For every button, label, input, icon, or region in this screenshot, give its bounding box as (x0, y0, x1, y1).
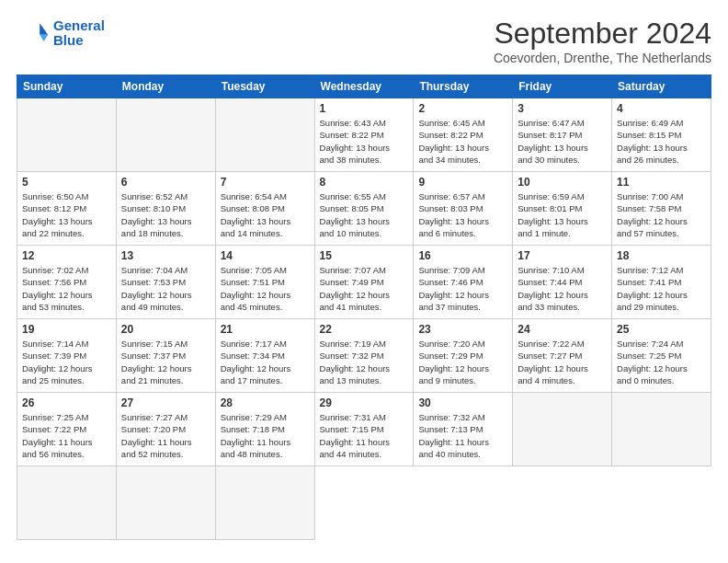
day-number: 22 (320, 323, 409, 336)
table-row: 1Sunrise: 6:43 AM Sunset: 8:22 PM Daylig… (314, 98, 414, 172)
day-number: 4 (617, 102, 706, 115)
table-row: 17Sunrise: 7:10 AM Sunset: 7:44 PM Dayli… (513, 246, 612, 319)
day-number: 8 (320, 176, 409, 189)
day-info: Sunrise: 6:47 AM Sunset: 8:17 PM Dayligh… (518, 117, 607, 166)
day-number: 25 (617, 323, 706, 336)
day-info: Sunrise: 7:04 AM Sunset: 7:53 PM Dayligh… (121, 264, 210, 313)
day-number: 24 (518, 323, 607, 336)
day-number: 18 (617, 249, 706, 262)
day-info: Sunrise: 7:12 AM Sunset: 7:41 PM Dayligh… (617, 264, 706, 313)
col-saturday: Saturday (612, 75, 711, 98)
day-info: Sunrise: 6:49 AM Sunset: 8:15 PM Dayligh… (617, 117, 706, 166)
table-row: 3Sunrise: 6:47 AM Sunset: 8:17 PM Daylig… (513, 98, 612, 172)
day-number: 21 (221, 323, 310, 336)
day-info: Sunrise: 7:15 AM Sunset: 7:37 PM Dayligh… (121, 338, 210, 386)
table-row: 8Sunrise: 6:55 AM Sunset: 8:05 PM Daylig… (314, 172, 414, 246)
day-info: Sunrise: 7:17 AM Sunset: 7:34 PM Dayligh… (221, 338, 310, 386)
day-number: 13 (121, 249, 210, 262)
table-row: 24Sunrise: 7:22 AM Sunset: 7:27 PM Dayli… (513, 319, 612, 393)
logo: General Blue (17, 17, 105, 50)
table-row: 6Sunrise: 6:52 AM Sunset: 8:10 PM Daylig… (116, 172, 215, 246)
calendar-table: Sunday Monday Tuesday Wednesday Thursday… (17, 75, 711, 540)
day-number: 10 (518, 176, 607, 189)
logo-text: General Blue (53, 18, 105, 49)
table-row: 11Sunrise: 7:00 AM Sunset: 7:58 PM Dayli… (612, 172, 711, 246)
day-info: Sunrise: 7:22 AM Sunset: 7:27 PM Dayligh… (518, 338, 607, 386)
day-info: Sunrise: 7:07 AM Sunset: 7:49 PM Dayligh… (320, 264, 409, 313)
table-row (612, 393, 711, 466)
day-info: Sunrise: 7:19 AM Sunset: 7:32 PM Dayligh… (320, 338, 409, 386)
day-info: Sunrise: 7:00 AM Sunset: 7:58 PM Dayligh… (617, 190, 706, 239)
table-row: 30Sunrise: 7:32 AM Sunset: 7:13 PM Dayli… (414, 393, 513, 466)
day-info: Sunrise: 7:14 AM Sunset: 7:39 PM Dayligh… (22, 338, 111, 386)
day-info: Sunrise: 7:25 AM Sunset: 7:22 PM Dayligh… (22, 411, 111, 460)
calendar-week-row: 19Sunrise: 7:14 AM Sunset: 7:39 PM Dayli… (17, 319, 711, 393)
day-number: 14 (221, 249, 310, 262)
day-info: Sunrise: 7:10 AM Sunset: 7:44 PM Dayligh… (518, 264, 607, 313)
day-info: Sunrise: 6:59 AM Sunset: 8:01 PM Dayligh… (518, 190, 607, 239)
day-number: 29 (320, 396, 409, 409)
col-thursday: Thursday (414, 75, 513, 98)
day-info: Sunrise: 6:55 AM Sunset: 8:05 PM Dayligh… (320, 190, 409, 239)
calendar-week-row: 26Sunrise: 7:25 AM Sunset: 7:22 PM Dayli… (17, 393, 711, 466)
table-row: 4Sunrise: 6:49 AM Sunset: 8:15 PM Daylig… (612, 98, 711, 172)
day-info: Sunrise: 6:54 AM Sunset: 8:08 PM Dayligh… (221, 190, 310, 239)
calendar-week-row (17, 466, 711, 540)
day-number: 1 (320, 102, 409, 115)
weekday-header-row: Sunday Monday Tuesday Wednesday Thursday… (17, 75, 711, 98)
col-friday: Friday (513, 75, 612, 98)
table-row: 10Sunrise: 6:59 AM Sunset: 8:01 PM Dayli… (513, 172, 612, 246)
day-info: Sunrise: 6:45 AM Sunset: 8:22 PM Dayligh… (418, 117, 507, 166)
day-number: 7 (221, 176, 310, 189)
table-row: 25Sunrise: 7:24 AM Sunset: 7:25 PM Dayli… (612, 319, 711, 393)
day-number: 6 (121, 176, 210, 189)
svg-marker-0 (40, 23, 48, 35)
month-title: September 2024 (494, 17, 711, 51)
table-row (17, 466, 117, 540)
table-row: 12Sunrise: 7:02 AM Sunset: 7:56 PM Dayli… (17, 246, 117, 319)
table-row (215, 98, 314, 172)
table-row: 14Sunrise: 7:05 AM Sunset: 7:51 PM Dayli… (215, 246, 314, 319)
day-number: 12 (22, 249, 111, 262)
day-info: Sunrise: 7:27 AM Sunset: 7:20 PM Dayligh… (121, 411, 210, 460)
table-row: 20Sunrise: 7:15 AM Sunset: 7:37 PM Dayli… (116, 319, 215, 393)
table-row: 26Sunrise: 7:25 AM Sunset: 7:22 PM Dayli… (17, 393, 117, 466)
svg-marker-1 (40, 35, 48, 41)
table-row: 9Sunrise: 6:57 AM Sunset: 8:03 PM Daylig… (414, 172, 513, 246)
day-number: 28 (221, 396, 310, 409)
day-number: 11 (617, 176, 706, 189)
table-row: 16Sunrise: 7:09 AM Sunset: 7:46 PM Dayli… (414, 246, 513, 319)
day-number: 15 (320, 249, 409, 262)
table-row: 29Sunrise: 7:31 AM Sunset: 7:15 PM Dayli… (314, 393, 414, 466)
table-row: 19Sunrise: 7:14 AM Sunset: 7:39 PM Dayli… (17, 319, 117, 393)
day-number: 9 (418, 176, 507, 189)
table-row: 27Sunrise: 7:27 AM Sunset: 7:20 PM Dayli… (116, 393, 215, 466)
table-row: 21Sunrise: 7:17 AM Sunset: 7:34 PM Dayli… (215, 319, 314, 393)
day-info: Sunrise: 6:43 AM Sunset: 8:22 PM Dayligh… (320, 117, 409, 166)
table-row: 22Sunrise: 7:19 AM Sunset: 7:32 PM Dayli… (314, 319, 414, 393)
col-tuesday: Tuesday (215, 75, 314, 98)
col-monday: Monday (116, 75, 215, 98)
table-row (215, 466, 314, 540)
table-row (17, 98, 117, 172)
day-number: 2 (418, 102, 507, 115)
table-row: 7Sunrise: 6:54 AM Sunset: 8:08 PM Daylig… (215, 172, 314, 246)
day-info: Sunrise: 7:20 AM Sunset: 7:29 PM Dayligh… (418, 338, 507, 386)
table-row: 2Sunrise: 6:45 AM Sunset: 8:22 PM Daylig… (414, 98, 513, 172)
day-number: 27 (121, 396, 210, 409)
location: Coevorden, Drenthe, The Netherlands (494, 51, 711, 65)
table-row: 23Sunrise: 7:20 AM Sunset: 7:29 PM Dayli… (414, 319, 513, 393)
day-number: 3 (518, 102, 607, 115)
day-info: Sunrise: 6:57 AM Sunset: 8:03 PM Dayligh… (418, 190, 507, 239)
table-row: 13Sunrise: 7:04 AM Sunset: 7:53 PM Dayli… (116, 246, 215, 319)
day-number: 26 (22, 396, 111, 409)
logo-icon (17, 17, 50, 50)
table-row: 18Sunrise: 7:12 AM Sunset: 7:41 PM Dayli… (612, 246, 711, 319)
page: General Blue September 2024 Coevorden, D… (0, 0, 728, 563)
table-row: 28Sunrise: 7:29 AM Sunset: 7:18 PM Dayli… (215, 393, 314, 466)
day-number: 19 (22, 323, 111, 336)
day-info: Sunrise: 7:24 AM Sunset: 7:25 PM Dayligh… (617, 338, 706, 386)
table-row: 5Sunrise: 6:50 AM Sunset: 8:12 PM Daylig… (17, 172, 117, 246)
table-row: 15Sunrise: 7:07 AM Sunset: 7:49 PM Dayli… (314, 246, 414, 319)
table-row (116, 466, 215, 540)
